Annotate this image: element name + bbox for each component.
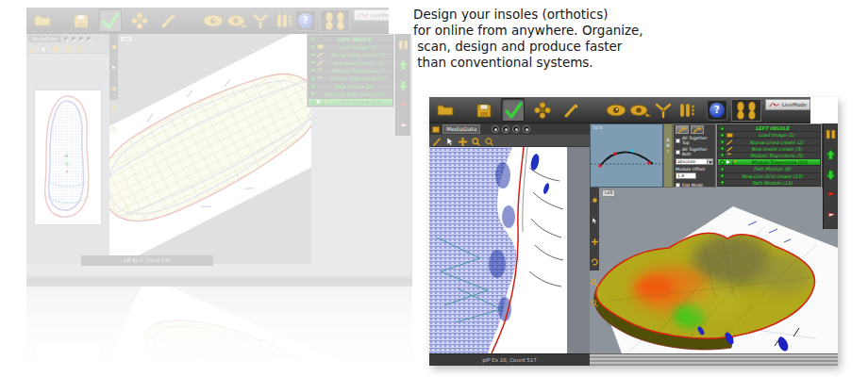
history-step[interactable]: New Line Grid create (13) [309, 90, 392, 97]
history-step[interactable]: New Line Grid create (13) [718, 173, 820, 179]
calibration-flower-icon[interactable] [530, 98, 554, 122]
move-cross-icon[interactable] [592, 231, 598, 249]
calibration-flower-icon[interactable] [127, 8, 151, 32]
footprints-pair-icon[interactable] [320, 9, 350, 32]
module-offset-input[interactable]: 1.8 [676, 172, 696, 179]
all-together-top-checkbox[interactable] [676, 139, 680, 143]
footprints-pair-icon[interactable] [731, 99, 761, 122]
step-enabled-icon[interactable] [310, 76, 315, 81]
history-step-selected[interactable]: Módulo Trayectoria (10) [718, 159, 820, 165]
help-button[interactable]: ? [295, 10, 316, 31]
nav-last-button[interactable] [523, 125, 530, 133]
save-icon[interactable] [69, 8, 92, 32]
step-enabled-icon[interactable] [310, 68, 315, 73]
light-icon[interactable] [111, 36, 117, 54]
step-enabled-icon[interactable] [720, 180, 725, 185]
cursor-icon[interactable] [592, 210, 597, 228]
history-step[interactable]: Módulo Trayectoria (5) [718, 153, 820, 158]
live-mode-tag[interactable]: LiveMode [765, 99, 810, 110]
step-enabled-icon[interactable] [720, 133, 725, 138]
history-step[interactable]: Nueva Linea create (2) [718, 139, 820, 144]
flag-white-icon[interactable] [826, 208, 836, 226]
move-cross-icon[interactable] [111, 77, 117, 95]
module-curve-preview[interactable]: 10.0 [590, 123, 663, 188]
zoom-in-icon[interactable] [591, 293, 598, 311]
nav-first-button[interactable] [63, 36, 69, 41]
step-enabled-icon[interactable] [720, 167, 725, 172]
flag-red-icon[interactable] [826, 188, 836, 205]
hold-icon[interactable] [826, 125, 836, 143]
confirm-check-icon[interactable] [501, 98, 525, 122]
tool-a-button[interactable] [676, 125, 689, 134]
history-step[interactable]: LEFT INSOLE [718, 125, 820, 131]
save-icon[interactable] [472, 98, 495, 122]
folder-icon[interactable] [433, 98, 457, 122]
eye-view-icon[interactable] [201, 8, 225, 32]
flag-red-icon[interactable] [399, 98, 409, 116]
step-enabled-icon[interactable] [310, 37, 315, 41]
rotate-icon[interactable] [110, 98, 117, 116]
step-enabled-icon[interactable] [310, 84, 315, 89]
nav-next-button[interactable] [78, 36, 84, 41]
nav-next-button[interactable] [512, 125, 520, 133]
move-cross-icon[interactable] [52, 40, 60, 57]
design-canvas[interactable]: Left [109, 34, 311, 264]
confirm-check-icon[interactable] [98, 8, 122, 32]
pen-icon[interactable] [29, 40, 37, 57]
step-enabled-icon[interactable] [720, 126, 725, 131]
cursor-icon[interactable] [41, 40, 48, 57]
move-up-icon[interactable] [826, 146, 836, 164]
step-enabled-icon[interactable] [720, 173, 725, 178]
step-enabled-icon[interactable] [720, 153, 725, 157]
move-down-icon[interactable] [398, 77, 409, 95]
move-down-icon[interactable] [826, 167, 836, 185]
history-step-selected[interactable]: Path Module (14) [309, 99, 392, 106]
nav-prev-button[interactable] [502, 125, 509, 133]
history-step[interactable]: Módulo Trayectoria (5) [309, 67, 392, 74]
step-enabled-icon[interactable] [310, 53, 315, 57]
scan-view[interactable] [429, 147, 590, 353]
view-scrollbar[interactable] [590, 353, 838, 366]
history-step[interactable]: New Insole create (3) [309, 59, 392, 66]
step-enabled-icon[interactable] [720, 139, 725, 144]
history-step[interactable]: New Insole create (3) [718, 146, 820, 152]
zoom-out-icon[interactable] [591, 272, 598, 290]
nav-prev-button[interactable] [71, 36, 76, 41]
chevron-down-icon[interactable] [707, 159, 712, 164]
history-step[interactable]: Módulo Trayectoria (10) [309, 75, 392, 82]
all-together-bott-checkbox[interactable] [676, 150, 680, 155]
mode-select[interactable]: absolute [676, 158, 713, 165]
insole-compare-icon[interactable] [675, 98, 698, 122]
history-step[interactable]: Path Module (9) [309, 83, 392, 90]
help-button[interactable]: ? [707, 100, 727, 121]
tool-b-button[interactable] [691, 125, 704, 134]
step-enabled-icon[interactable] [310, 60, 315, 65]
nav-first-button[interactable] [492, 125, 499, 133]
history-step[interactable]: Load Image (1) [718, 132, 820, 138]
step-enabled-icon[interactable] [720, 146, 725, 151]
step-enabled-icon[interactable] [310, 91, 315, 96]
step-enabled-icon[interactable] [310, 100, 315, 105]
hold-icon[interactable] [398, 36, 409, 54]
move-up-icon[interactable] [398, 57, 409, 74]
folder-icon[interactable] [30, 8, 54, 32]
history-step[interactable]: Path Module (14) [718, 180, 820, 186]
history-step[interactable]: Nueva Linea create (2) [309, 52, 392, 58]
zoom-in-icon[interactable] [76, 40, 85, 57]
axis-tool-icon[interactable] [651, 98, 675, 122]
nav-last-button[interactable] [86, 36, 92, 41]
pen-knife-icon[interactable] [559, 98, 583, 122]
zoom-icon[interactable] [110, 119, 117, 137]
step-enabled-icon[interactable] [310, 44, 315, 49]
pen-knife-icon[interactable] [157, 8, 180, 32]
light-icon[interactable] [592, 189, 598, 207]
axis-tool-icon[interactable] [248, 8, 272, 32]
history-step[interactable]: Load Image (1) [309, 43, 392, 50]
history-step[interactable]: LEFT INSOLE [309, 36, 392, 42]
step-enabled-icon[interactable] [720, 160, 725, 165]
foot-scan-card[interactable] [35, 90, 101, 224]
eye-design-icon[interactable] [225, 8, 248, 32]
rotate-icon[interactable] [591, 252, 598, 270]
preview-side-slider[interactable]: A N I [663, 123, 673, 188]
eye-design-icon[interactable] [627, 98, 651, 122]
